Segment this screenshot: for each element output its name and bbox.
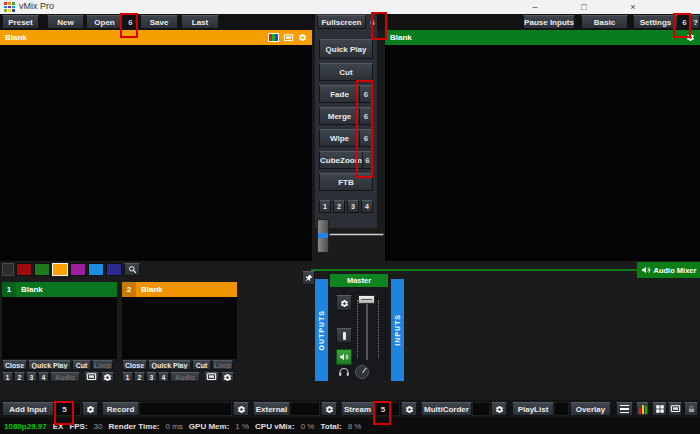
input-1-overlay-3-button[interactable]: 3 <box>26 372 37 382</box>
input-2-overlay-4-button[interactable]: 4 <box>158 372 169 382</box>
input-2-audio-button[interactable]: Audio <box>170 372 200 382</box>
add-input-settings-button[interactable] <box>82 402 98 416</box>
preview-screen-left[interactable] <box>0 45 312 261</box>
input-2-thumbnail[interactable] <box>122 297 237 359</box>
headphones-icon[interactable] <box>338 366 350 378</box>
audio-mixer-toggle[interactable]: Audio Mixer <box>637 262 700 278</box>
settings-button[interactable]: Settings <box>633 15 678 29</box>
transition-wipe-button[interactable]: Wipe 6 <box>319 129 373 147</box>
cut-button[interactable]: Cut <box>319 63 373 81</box>
overlay-button[interactable]: Overlay <box>570 402 611 416</box>
category-swatch-none[interactable] <box>2 263 14 276</box>
cubezoom-label: CubeZoom <box>320 156 362 165</box>
maximize-button[interactable]: □ <box>573 0 595 13</box>
outputs-label: OUTPUTS <box>318 310 325 350</box>
master-fader-handle[interactable] <box>358 295 375 304</box>
multicorder-settings-button[interactable] <box>491 402 507 416</box>
gear-icon[interactable] <box>298 33 307 42</box>
last-button[interactable]: Last <box>181 15 219 29</box>
overlay-4-button[interactable]: 4 <box>361 200 373 213</box>
master-settings-button[interactable] <box>336 295 352 311</box>
input-2-settings-button[interactable] <box>221 372 234 382</box>
input-1-settings-button[interactable] <box>101 372 114 382</box>
input-1-audio-button[interactable]: Audio <box>50 372 80 382</box>
input-1-overlay-2-button[interactable]: 2 <box>14 372 25 382</box>
preset-button[interactable]: Preset <box>2 15 39 29</box>
overlay-3-button[interactable]: 3 <box>347 200 359 213</box>
close-button[interactable]: × <box>622 0 644 13</box>
input-2-close-button[interactable]: Close <box>122 360 147 370</box>
solo-button[interactable] <box>336 328 352 343</box>
transition-fade-button[interactable]: Fade 6 <box>319 85 373 103</box>
overlay-1-button[interactable]: 1 <box>319 200 331 213</box>
external-settings-button[interactable] <box>321 402 337 416</box>
multicorder-button[interactable]: MultiCorder <box>421 402 472 416</box>
input-1-overlay-1-button[interactable]: 1 <box>2 372 13 382</box>
input-1-quick-play-button[interactable]: Quick Play <box>28 360 71 370</box>
category-swatch[interactable] <box>16 263 32 276</box>
input-1-overlay-4-button[interactable]: 4 <box>38 372 49 382</box>
new-button[interactable]: New <box>47 15 84 29</box>
input-1-cut-button[interactable]: Cut <box>72 360 91 370</box>
playlist-button[interactable]: PlayList <box>512 402 554 416</box>
wipe-count-badge[interactable]: 6 <box>359 130 372 146</box>
input-1-thumbnail[interactable] <box>2 297 117 359</box>
input-2-overlay-2-button[interactable]: 2 <box>134 372 145 382</box>
lock-button[interactable] <box>684 402 698 416</box>
basic-button[interactable]: Basic <box>581 15 628 29</box>
record-settings-button[interactable] <box>233 402 249 416</box>
audio-meters-button[interactable] <box>636 402 649 416</box>
fullscreen-button[interactable]: Fullscreen <box>317 15 366 29</box>
input-1-close-button[interactable]: Close <box>2 360 27 370</box>
category-swatch[interactable] <box>88 263 104 276</box>
input-1-fullscreen-button[interactable] <box>84 372 99 382</box>
input-2-loop-button[interactable]: Loop <box>212 360 233 370</box>
save-button[interactable]: Save <box>140 15 178 29</box>
menu-button[interactable] <box>616 402 633 416</box>
external-button[interactable]: External <box>253 402 290 416</box>
minimize-button[interactable]: – <box>524 0 546 13</box>
input-2-overlay-1-button[interactable]: 1 <box>122 372 133 382</box>
master-fader-track[interactable] <box>366 299 368 360</box>
stream-settings-button[interactable] <box>401 402 417 416</box>
transition-merge-button[interactable]: Merge 6 <box>319 107 373 125</box>
t-bar-track[interactable] <box>329 233 384 236</box>
pin-mixer-button[interactable] <box>302 271 315 285</box>
colorbars-icon[interactable] <box>268 33 279 42</box>
input-2-quick-play-button[interactable]: Quick Play <box>148 360 191 370</box>
fade-count-badge[interactable]: 6 <box>359 86 372 102</box>
outputs-tab[interactable]: OUTPUTS <box>315 279 328 381</box>
category-swatch[interactable] <box>34 263 50 276</box>
category-swatch[interactable] <box>70 263 86 276</box>
headphone-volume-knob[interactable] <box>355 365 369 379</box>
input-2-fullscreen-button[interactable] <box>204 372 219 382</box>
merge-count-badge[interactable]: 6 <box>359 108 372 124</box>
input-2-cut-button[interactable]: Cut <box>192 360 211 370</box>
layout-grid-button[interactable] <box>652 402 667 416</box>
search-button[interactable] <box>124 263 140 276</box>
master-mute-button[interactable] <box>336 349 352 365</box>
quick-play-button[interactable]: Quick Play <box>319 39 373 59</box>
overlay-2-button[interactable]: 2 <box>333 200 345 213</box>
fullscreen-output-icon[interactable] <box>283 33 294 43</box>
stream-button[interactable]: Stream <box>341 402 374 416</box>
input-1-header[interactable]: 1 Blank <box>2 282 117 297</box>
add-input-button[interactable]: Add Input <box>2 402 54 416</box>
input-2-overlay-3-button[interactable]: 3 <box>146 372 157 382</box>
gear-icon[interactable] <box>686 33 695 42</box>
category-swatch[interactable] <box>52 263 68 276</box>
record-button[interactable]: Record <box>102 402 139 416</box>
ftb-button[interactable]: FTB <box>319 173 373 191</box>
open-button[interactable]: Open <box>86 15 123 29</box>
preview-monitor-button[interactable] <box>668 402 682 416</box>
pause-inputs-button[interactable]: Pause Inputs <box>523 15 575 29</box>
input-2-header[interactable]: 2 Blank <box>122 282 237 297</box>
category-swatch[interactable] <box>106 263 122 276</box>
help-button[interactable]: ? <box>691 15 700 29</box>
t-bar-handle[interactable] <box>317 219 329 253</box>
transition-cubezoom-button[interactable]: CubeZoom 6 <box>319 151 373 169</box>
inputs-tab[interactable]: INPUTS <box>391 279 404 381</box>
preview-screen-right[interactable] <box>385 45 700 261</box>
cubezoom-count-badge[interactable]: 6 <box>362 152 372 168</box>
input-1-loop-button[interactable]: Loop <box>92 360 113 370</box>
